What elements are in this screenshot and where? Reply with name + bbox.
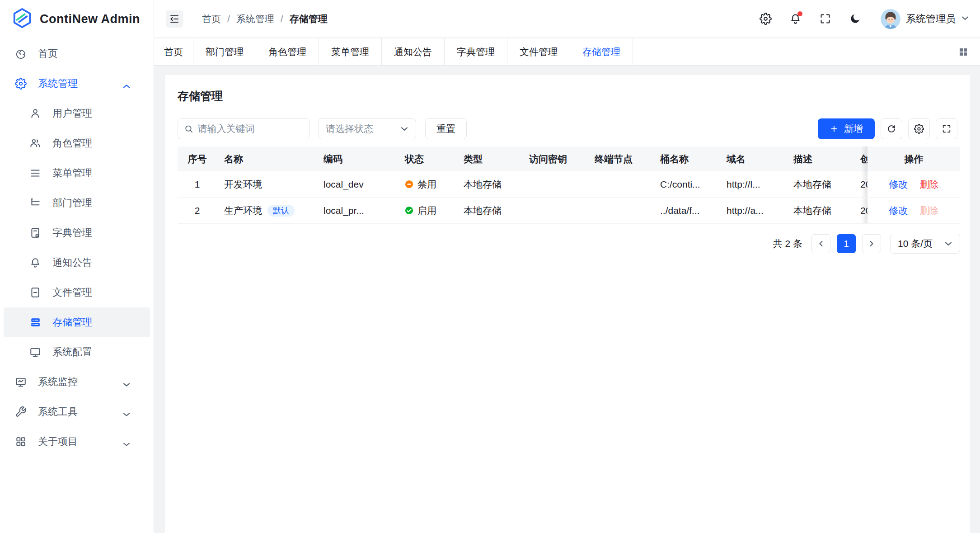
sidebar-item-menus[interactable]: 菜单管理 xyxy=(4,158,150,188)
breadcrumb-system[interactable]: 系统管理 xyxy=(236,13,274,25)
tab-roles[interactable]: 角色管理 xyxy=(256,38,319,65)
sidebar-item-roles[interactable]: 角色管理 xyxy=(4,128,150,158)
column-header: 描述 xyxy=(786,146,853,171)
sidebar-item-system[interactable]: 系统管理 xyxy=(4,69,150,99)
menu-lines-icon xyxy=(29,167,41,179)
chevron-down-icon xyxy=(123,379,130,385)
refresh-icon xyxy=(886,124,896,134)
sidebar-item-label: 通知公告 xyxy=(52,256,92,269)
cell-endpoint xyxy=(587,198,653,224)
person-icon xyxy=(29,108,41,119)
cell-actions: 修改 删除 xyxy=(867,198,960,224)
cell-code: local_dev xyxy=(316,171,398,198)
column-header: 桶名称 xyxy=(653,146,719,171)
cell-name: 开发环境 xyxy=(217,171,316,198)
book-bookmark-icon xyxy=(29,227,41,239)
status-disabled-icon xyxy=(405,180,413,189)
table-fullscreen-button[interactable] xyxy=(936,118,957,139)
cell-name: 生产环境 默认 xyxy=(217,198,316,224)
tab-files[interactable]: 文件管理 xyxy=(507,38,570,65)
storage-table: 序号 名称 编码 状态 类型 访问密钥 终端节点 桶名称 域名 描述 创 操作 … xyxy=(178,146,960,224)
monitor-icon xyxy=(29,346,41,358)
dashboard-icon xyxy=(15,48,27,60)
breadcrumb-separator: / xyxy=(281,14,283,24)
sidebar-item-label: 系统管理 xyxy=(38,77,78,90)
settings-icon[interactable] xyxy=(759,12,772,26)
status-enabled-icon xyxy=(405,206,413,215)
dark-mode-moon-icon[interactable] xyxy=(848,12,862,26)
delete-link[interactable]: 删除 xyxy=(920,178,939,191)
cell-type: 本地存储 xyxy=(456,198,522,224)
cell-endpoint xyxy=(587,171,653,198)
breadcrumb-current: 存储管理 xyxy=(290,13,328,25)
sidebar-item-monitoring[interactable]: 系统监控 xyxy=(4,367,150,397)
refresh-button[interactable] xyxy=(881,118,902,139)
sidebar-item-label: 部门管理 xyxy=(52,196,92,210)
sidebar-item-about[interactable]: 关于项目 xyxy=(4,427,150,457)
top-actions: 系统管理员 xyxy=(759,9,969,29)
content-area: 存储管理 请选择状态 重置 新增 xyxy=(154,66,980,533)
notification-badge xyxy=(797,11,802,16)
cell-type: 本地存储 xyxy=(456,171,522,198)
document-icon xyxy=(29,287,41,298)
column-header: 编码 xyxy=(316,146,398,171)
breadcrumb-separator: / xyxy=(227,14,230,24)
add-button[interactable]: 新增 xyxy=(818,118,875,139)
tab-menus[interactable]: 菜单管理 xyxy=(319,38,382,65)
app-logo[interactable]: ContiNew Admin xyxy=(0,0,154,38)
status-select[interactable]: 请选择状态 xyxy=(318,118,416,139)
search-input[interactable] xyxy=(198,123,303,134)
tab-departments[interactable]: 部门管理 xyxy=(193,38,256,65)
tab-dictionary[interactable]: 字典管理 xyxy=(445,38,507,65)
chevron-right-icon xyxy=(868,240,875,247)
tab-actions-grid-icon[interactable] xyxy=(956,44,971,60)
collapse-sidebar-button[interactable] xyxy=(166,10,183,28)
sidebar-item-departments[interactable]: 部门管理 xyxy=(4,188,150,218)
sidebar-item-label: 系统监控 xyxy=(38,375,78,389)
next-page-button[interactable] xyxy=(862,234,881,253)
sidebar-item-tools[interactable]: 系统工具 xyxy=(4,397,150,427)
fullscreen-icon[interactable] xyxy=(818,12,832,26)
page-number-button[interactable]: 1 xyxy=(837,234,856,253)
tab-notices[interactable]: 通知公告 xyxy=(382,38,445,65)
chevron-down-icon xyxy=(123,409,130,415)
sidebar-item-label: 菜单管理 xyxy=(52,166,92,180)
edit-link[interactable]: 修改 xyxy=(889,178,908,191)
sidebar-item-label: 系统工具 xyxy=(38,405,78,419)
fullscreen-icon xyxy=(942,124,952,134)
pagination: 共 2 条 1 10 条/页 xyxy=(178,234,960,254)
reset-button[interactable]: 重置 xyxy=(425,118,467,139)
breadcrumb-home[interactable]: 首页 xyxy=(202,13,221,25)
user-menu[interactable]: 系统管理员 xyxy=(881,9,969,29)
notification-bell-icon[interactable] xyxy=(788,12,802,26)
cell-description: 本地存储 xyxy=(786,198,853,224)
cell-status: 禁用 xyxy=(398,171,456,198)
cell-bucket: ../data/f... xyxy=(653,198,719,224)
table-settings-button[interactable] xyxy=(908,118,930,139)
people-icon xyxy=(29,137,41,149)
sidebar-item-label: 关于项目 xyxy=(38,435,78,448)
sidebar-item-home[interactable]: 首页 xyxy=(4,39,150,69)
plus-icon xyxy=(830,124,839,133)
page-title: 存储管理 xyxy=(178,89,957,104)
grid-outline-icon xyxy=(15,436,27,448)
menu-fold-icon xyxy=(169,14,180,24)
sidebar-item-files[interactable]: 文件管理 xyxy=(4,278,150,307)
sidebar-item-users[interactable]: 用户管理 xyxy=(4,99,150,128)
cell-bucket: C:/conti... xyxy=(653,171,719,198)
sidebar-item-config[interactable]: 系统配置 xyxy=(4,337,150,367)
page-size-select[interactable]: 10 条/页 xyxy=(890,234,960,254)
tab-bar: 首页 部门管理 角色管理 菜单管理 通知公告 字典管理 文件管理 存储管理 xyxy=(154,38,980,66)
top-bar: 首页 / 系统管理 / 存储管理 xyxy=(154,0,980,38)
avatar xyxy=(881,9,900,29)
tab-home[interactable]: 首页 xyxy=(154,38,193,65)
sidebar-item-notices[interactable]: 通知公告 xyxy=(4,248,150,278)
edit-link[interactable]: 修改 xyxy=(889,204,908,217)
tab-storage[interactable]: 存储管理 xyxy=(570,38,633,65)
storage-card: 存储管理 请选择状态 重置 新增 xyxy=(165,75,970,533)
delete-link-disabled[interactable]: 删除 xyxy=(920,204,939,217)
chevron-left-icon xyxy=(818,240,824,247)
prev-page-button[interactable] xyxy=(811,234,830,253)
sidebar-item-storage[interactable]: 存储管理 xyxy=(4,307,150,337)
sidebar-item-dictionary[interactable]: 字典管理 xyxy=(4,218,150,248)
